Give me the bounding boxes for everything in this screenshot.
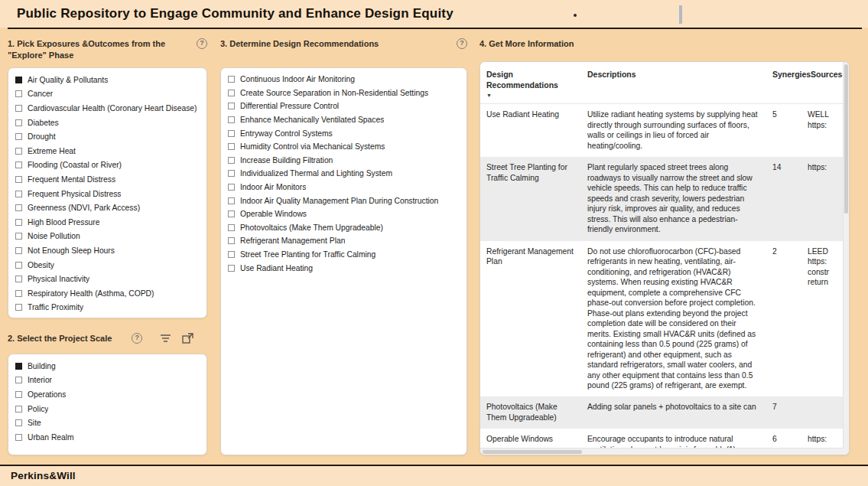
table-row[interactable]: Use Radiant Heating Utilize radiant heat…	[480, 104, 843, 157]
filter-icon[interactable]	[159, 332, 172, 344]
checkbox-item[interactable]: Frequent Physical Distress	[15, 187, 203, 201]
table-row[interactable]: Photovoltaics (Make Them Upgradeable) Ad…	[480, 396, 843, 429]
checkbox[interactable]	[15, 233, 22, 240]
help-icon[interactable]: ?	[132, 333, 142, 344]
checkbox[interactable]	[228, 157, 235, 164]
checkbox[interactable]	[15, 119, 22, 126]
checkbox-item[interactable]: Cancer	[15, 87, 203, 102]
checkbox[interactable]	[15, 377, 22, 383]
checkbox[interactable]	[228, 143, 235, 150]
checkbox-item[interactable]: Refrigerant Management Plan	[228, 234, 463, 248]
checkbox-item[interactable]: Flooding (Coastal or River)	[15, 158, 203, 173]
checkbox-item[interactable]: Photovoltaics (Make Them Upgradeable)	[228, 221, 463, 235]
checkbox-item[interactable]: Extreme Heat	[15, 144, 203, 158]
recommendations-section-title: 3. Determine Design Recommendations	[220, 38, 379, 50]
checkbox[interactable]	[15, 247, 22, 254]
table-row[interactable]: Operable Windows Encourage occupants to …	[480, 429, 843, 448]
checkbox-item[interactable]: Building	[15, 359, 203, 373]
checkbox[interactable]	[228, 265, 235, 272]
checkbox[interactable]	[15, 363, 22, 370]
help-icon[interactable]: ?	[457, 38, 467, 49]
checkbox-item[interactable]: Operations	[15, 387, 203, 402]
checkbox-label: Building	[28, 362, 56, 370]
checkbox-item[interactable]: Use Radiant Heating	[228, 261, 463, 275]
checkbox-item[interactable]: Street Tree Planting for Traffic Calming	[228, 248, 463, 262]
checkbox[interactable]	[15, 161, 22, 168]
checkbox-item[interactable]: Physical Inactivity	[15, 272, 203, 286]
checkbox[interactable]	[15, 90, 22, 97]
checkbox-item[interactable]: Enhance Mechanically Ventilated Spaces	[228, 113, 463, 127]
checkbox-item[interactable]: High Blood Pressure	[15, 215, 203, 230]
table-row[interactable]: Street Tree Planting for Traffic Calming…	[480, 157, 843, 240]
checkbox[interactable]	[15, 406, 22, 413]
checkbox[interactable]	[15, 105, 22, 112]
checkbox[interactable]	[15, 204, 22, 211]
checkbox[interactable]	[228, 103, 235, 109]
checkbox-item[interactable]: Indoor Air Monitors	[228, 181, 463, 194]
vertical-scrollbar-thumb[interactable]	[844, 64, 848, 214]
checkbox-item[interactable]: Create Source Separation in Non-Resident…	[228, 86, 463, 100]
checkbox[interactable]	[228, 116, 235, 123]
checkbox-item[interactable]: Traffic Proximity	[15, 301, 203, 315]
horizontal-scrollbar-thumb[interactable]	[483, 450, 582, 454]
checkbox-item[interactable]: Individualized Thermal and Lighting Syst…	[228, 167, 463, 181]
checkbox-item[interactable]: Not Enough Sleep Hours	[15, 243, 203, 258]
checkbox-item[interactable]: Indoor Air Quality Management Plan Durin…	[228, 194, 463, 207]
checkbox-item[interactable]: Drought	[15, 129, 203, 144]
checkbox-item[interactable]: Frequent Mental Distress	[15, 172, 203, 187]
checkbox[interactable]	[15, 262, 22, 269]
checkbox[interactable]	[15, 290, 22, 297]
checkbox[interactable]	[15, 77, 22, 83]
checkbox-item[interactable]: Increase Building Filtration	[228, 154, 463, 168]
checkbox-item[interactable]: Operable Windows	[228, 207, 463, 221]
checkbox[interactable]	[15, 191, 22, 197]
sort-desc-icon[interactable]: ▼	[486, 92, 577, 99]
checkbox-item[interactable]: Diabetes	[15, 116, 203, 130]
checkbox-item[interactable]: Differential Pressure Control	[228, 99, 463, 113]
checkbox[interactable]	[15, 304, 22, 311]
checkbox[interactable]	[15, 276, 22, 282]
table-row[interactable]: Refrigerant Management Plan Do not use c…	[480, 241, 843, 397]
checkbox-item[interactable]: Humidity Control via Mechanical Systems	[228, 140, 463, 154]
checkbox[interactable]	[15, 148, 22, 155]
checkbox-label: Flooding (Coastal or River)	[28, 161, 122, 169]
checkbox[interactable]	[228, 170, 235, 177]
checkbox[interactable]	[228, 76, 235, 83]
checkbox[interactable]	[228, 237, 235, 244]
checkbox[interactable]	[15, 133, 22, 140]
column-header-synergies[interactable]: Synergies	[766, 68, 805, 103]
checkbox-item[interactable]: Cardiovascular Health (Coronary Heart Di…	[15, 101, 203, 116]
checkbox-item[interactable]: Obesity	[15, 258, 203, 272]
cell-design-recommendation: Street Tree Planting for Traffic Calming	[480, 157, 581, 240]
checkbox[interactable]	[228, 197, 235, 204]
checkbox[interactable]	[228, 184, 235, 191]
expand-icon[interactable]	[181, 332, 194, 344]
checkbox-item[interactable]: Urban Realm	[15, 430, 203, 445]
checkbox-item[interactable]: Site	[15, 416, 203, 430]
help-icon[interactable]: ?	[197, 38, 207, 49]
checkbox[interactable]	[15, 219, 22, 226]
checkbox[interactable]	[15, 391, 22, 398]
column-header-design-recommendations[interactable]: Design Recommendations ▼	[480, 68, 581, 103]
checkbox-item[interactable]: Respiratory Health (Asthma, COPD)	[15, 286, 203, 301]
checkbox[interactable]	[15, 419, 22, 426]
checkbox-item[interactable]: Noise Pollution	[15, 230, 203, 244]
checkbox[interactable]	[15, 434, 22, 441]
checkbox-item[interactable]: Policy	[15, 402, 203, 416]
checkbox[interactable]	[228, 224, 235, 231]
checkbox-item[interactable]: Entryway Control Systems	[228, 126, 463, 140]
column-header-sources[interactable]: Sources	[805, 68, 843, 103]
checkbox[interactable]	[228, 251, 235, 258]
horizontal-scrollbar[interactable]	[480, 448, 843, 455]
checkbox-item[interactable]: Greenness (NDVI, Park Access)	[15, 201, 203, 215]
checkbox-item[interactable]: Interior	[15, 373, 203, 388]
column-header-descriptions[interactable]: Descriptions	[581, 68, 766, 103]
checkbox-item[interactable]: Continuous Indoor Air Monitoring	[228, 73, 463, 86]
checkbox[interactable]	[228, 90, 235, 96]
checkbox[interactable]	[15, 176, 22, 183]
recommendations-list: Continuous Indoor Air Monitoring Create …	[220, 67, 467, 455]
checkbox[interactable]	[228, 130, 235, 137]
checkbox[interactable]	[228, 210, 235, 217]
vertical-scrollbar[interactable]	[843, 62, 849, 448]
checkbox-item[interactable]: Air Quality & Pollutants	[15, 73, 203, 87]
